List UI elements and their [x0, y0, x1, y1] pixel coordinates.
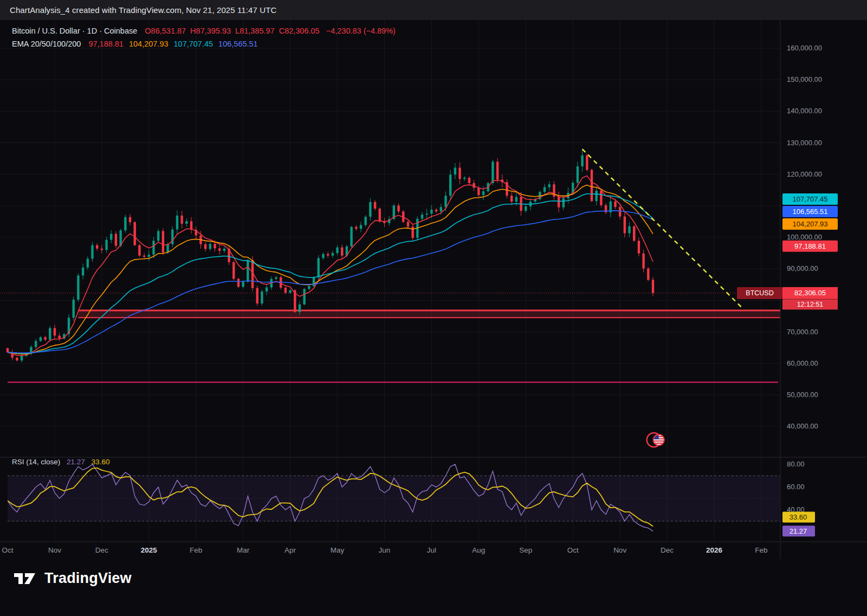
candle-body: [232, 262, 235, 279]
ema-legend-value: 107,707.45: [174, 40, 213, 48]
candle-body: [101, 249, 103, 250]
candle-body: [58, 335, 60, 338]
candle-body: [477, 188, 480, 195]
candle-body: [166, 244, 169, 252]
ema-legend-value: 104,207.93: [129, 40, 169, 48]
candles-layer[interactable]: [7, 150, 654, 362]
candle-body: [581, 155, 583, 166]
candle-body: [360, 225, 362, 229]
ema-100-line[interactable]: [8, 194, 653, 354]
candle-body: [115, 234, 117, 246]
candle-body: [35, 341, 37, 347]
ema-legend-value: 97,188.81: [88, 40, 124, 48]
candle-body: [209, 244, 211, 249]
candle-body: [595, 191, 597, 201]
candle-body: [218, 248, 221, 251]
candle-body: [176, 216, 178, 230]
candle-body: [40, 337, 42, 341]
candle-body: [242, 282, 244, 287]
descending-trendline[interactable]: [583, 149, 743, 308]
candle-body: [525, 206, 527, 211]
time-axis[interactable]: [0, 542, 780, 561]
tradingview-chart-app: ChartAnalysis_4 created with TradingView…: [0, 0, 867, 616]
us-flag-event-icon[interactable]: [647, 433, 664, 447]
rsi-ma-value: 33.60: [92, 458, 110, 466]
candle-body: [365, 217, 367, 225]
rsi-value: 21.27: [67, 458, 85, 466]
ohlc-values: O86,531.87H87,395.93L81,385.97C82,306.05: [145, 27, 323, 35]
symbol-legend: Bitcoin / U.S. Dollar · 1D · Coinbase O8…: [12, 24, 396, 50]
ema-values: 97,188.81104,207.93107,707.45106,565.51: [88, 40, 263, 48]
candle-body: [284, 288, 287, 293]
candle-body: [482, 191, 484, 195]
candle-body: [82, 268, 84, 276]
candle-body: [336, 248, 338, 253]
tradingview-logo[interactable]: [13, 570, 38, 587]
candle-body: [303, 289, 305, 304]
ema-legend-value: 106,565.51: [218, 40, 258, 48]
ema-20-line[interactable]: [8, 176, 653, 355]
candle-body: [633, 226, 635, 241]
candle-body: [16, 358, 18, 360]
candle-body: [411, 226, 413, 238]
tradingview-wordmark[interactable]: TradingView: [44, 570, 132, 587]
candle-body: [96, 245, 98, 249]
candle-body: [256, 288, 258, 304]
candle-body: [261, 291, 263, 303]
candle-body: [586, 155, 588, 170]
candle-body: [591, 170, 593, 202]
candle-body: [237, 279, 240, 287]
candle-body: [577, 166, 579, 183]
chart-canvas[interactable]: 160,000.00150,000.00140,000.00130,000.00…: [0, 0, 867, 616]
candle-body: [496, 161, 499, 179]
ohlc-item: H87,395.93: [190, 27, 231, 35]
candle-body: [600, 191, 602, 205]
candle-body: [421, 215, 423, 219]
candle-body: [624, 217, 626, 234]
candle-body: [652, 280, 654, 293]
candle-body: [54, 328, 56, 336]
rsi-indicator-title[interactable]: RSI (14, close): [12, 458, 60, 466]
candle-body: [332, 253, 334, 256]
candle-body: [430, 210, 432, 214]
candle-body: [369, 202, 371, 217]
candle-body: [544, 187, 546, 192]
candle-body: [162, 231, 164, 252]
candle-body: [558, 197, 560, 208]
candle-body: [49, 328, 51, 340]
price-axis[interactable]: [780, 20, 867, 558]
candle-body: [647, 269, 649, 280]
candle-body: [548, 184, 551, 187]
candle-body: [374, 202, 376, 209]
candle-body: [449, 174, 451, 196]
candle-body: [468, 178, 470, 183]
candle-body: [350, 227, 352, 247]
candle-body: [515, 197, 517, 202]
candle-body: [266, 287, 268, 291]
candle-body: [435, 210, 437, 211]
candle-body: [628, 226, 630, 234]
candle-body: [124, 217, 126, 230]
candle-body: [379, 209, 381, 222]
candle-body: [642, 254, 644, 269]
candle-body: [134, 222, 136, 245]
candle-body: [77, 275, 79, 300]
candle-body: [638, 241, 640, 253]
candle-body: [313, 277, 315, 286]
support-zone[interactable]: [78, 310, 780, 317]
ema-indicator-title[interactable]: EMA 20/50/100/200: [12, 40, 81, 48]
candle-body: [619, 207, 621, 216]
candle-body: [185, 221, 187, 224]
ema-50-line[interactable]: [8, 185, 653, 354]
candle-body: [440, 207, 442, 211]
candle-body: [143, 256, 145, 257]
symbol-title[interactable]: Bitcoin / U.S. Dollar · 1D · Coinbase: [12, 27, 137, 35]
candle-body: [318, 258, 320, 277]
candle-body: [275, 277, 277, 279]
candle-body: [444, 196, 447, 207]
candle-body: [355, 227, 357, 229]
candle-body: [322, 254, 324, 258]
ema-200-line[interactable]: [8, 211, 653, 353]
candle-body: [73, 300, 75, 317]
candle-body: [454, 167, 456, 174]
